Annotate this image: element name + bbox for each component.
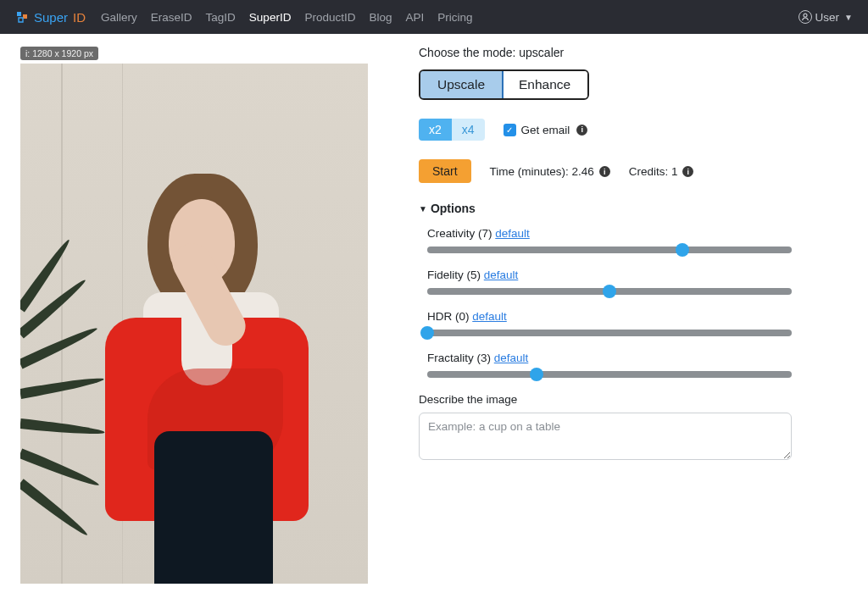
image-column: i: 1280 x 1920 px (20, 46, 368, 584)
triangle-down-icon: ▼ (419, 204, 427, 213)
svg-point-0 (804, 14, 807, 17)
options-toggle[interactable]: ▼ Options (419, 202, 792, 215)
get-email-label: Get email (521, 124, 570, 136)
info-icon[interactable]: i (682, 166, 693, 177)
slider-thumb[interactable] (603, 285, 616, 298)
describe-label: Describe the image (419, 393, 792, 406)
nav-link-pricing[interactable]: Pricing (437, 11, 472, 24)
brand-logo-icon (15, 10, 29, 24)
scale-and-email-row: x2x4 ✓ Get email i (419, 119, 792, 141)
info-icon[interactable]: i (576, 125, 587, 136)
top-navbar: SuperID GalleryEraseIDTagIDSuperIDProduc… (0, 0, 868, 34)
sliders-group: Creativity (7) defaultFidelity (5) defau… (419, 227, 792, 378)
slider-fidelity[interactable] (427, 288, 792, 295)
nav-links: GalleryEraseIDTagIDSuperIDProductIDBlogA… (101, 11, 472, 24)
controls-column: Choose the mode: upscaler UpscaleEnhance… (419, 46, 792, 584)
mode-label: Choose the mode: upscaler (419, 46, 792, 59)
nav-link-productid[interactable]: ProductID (304, 11, 355, 24)
credits-cost: Credits: 1 i (629, 165, 694, 178)
user-label: User (815, 11, 840, 24)
image-preview[interactable] (20, 64, 368, 584)
option-fractality: Fractality (3) default (427, 352, 792, 378)
brand-text-b: ID (73, 10, 86, 25)
user-icon (798, 10, 812, 24)
slider-creativity[interactable] (427, 247, 792, 253)
default-link[interactable]: default (484, 269, 519, 281)
option-fidelity: Fidelity (5) default (427, 269, 792, 295)
option-label: HDR (0) default (427, 310, 792, 323)
scale-x2[interactable]: x2 (419, 119, 452, 141)
describe-input[interactable] (419, 413, 792, 460)
main-container: i: 1280 x 1920 px Cho (0, 34, 868, 604)
nav-link-eraseid[interactable]: EraseID (151, 11, 192, 24)
scale-factor-group: x2x4 (419, 119, 485, 141)
nav-link-api[interactable]: API (405, 11, 424, 24)
time-estimate: Time (minutes): 2.46 i (490, 165, 610, 178)
nav-link-gallery[interactable]: Gallery (101, 11, 137, 24)
options-header-label: Options (431, 202, 476, 215)
default-link[interactable]: default (495, 227, 530, 240)
mode-tabs: UpscaleEnhance (419, 69, 589, 100)
brand-text-a: Super (34, 10, 68, 25)
default-link[interactable]: default (494, 352, 529, 364)
nav-link-tagid[interactable]: TagID (206, 11, 236, 24)
option-creativity: Creativity (7) default (427, 227, 792, 253)
option-label: Fidelity (5) default (427, 269, 792, 281)
get-email-option[interactable]: ✓ Get email i (504, 124, 588, 136)
mode-tab-enhance[interactable]: Enhance (502, 71, 587, 98)
chevron-down-icon: ▼ (844, 13, 853, 22)
slider-thumb[interactable] (420, 326, 434, 340)
start-button[interactable]: Start (419, 159, 471, 183)
slider-thumb[interactable] (676, 243, 689, 257)
default-link[interactable]: default (472, 310, 507, 323)
slider-hdr[interactable] (427, 330, 792, 336)
nav-left: SuperID GalleryEraseIDTagIDSuperIDProduc… (15, 10, 472, 25)
option-hdr: HDR (0) default (427, 310, 792, 336)
brand-logo[interactable]: SuperID (15, 10, 86, 25)
scale-x4[interactable]: x4 (452, 119, 485, 141)
nav-link-superid[interactable]: SuperID (249, 11, 292, 24)
option-label: Creativity (7) default (427, 227, 792, 240)
get-email-checkbox[interactable]: ✓ (504, 124, 516, 136)
start-row: Start Time (minutes): 2.46 i Credits: 1 … (419, 159, 792, 183)
user-menu[interactable]: User ▼ (798, 10, 853, 24)
mode-tab-upscale[interactable]: Upscale (419, 69, 504, 100)
image-dimensions-badge: i: 1280 x 1920 px (20, 47, 98, 60)
option-label: Fractality (3) default (427, 352, 792, 364)
nav-link-blog[interactable]: Blog (369, 11, 392, 24)
slider-thumb[interactable] (530, 368, 543, 381)
slider-fractality[interactable] (427, 371, 792, 378)
info-icon[interactable]: i (599, 166, 610, 177)
